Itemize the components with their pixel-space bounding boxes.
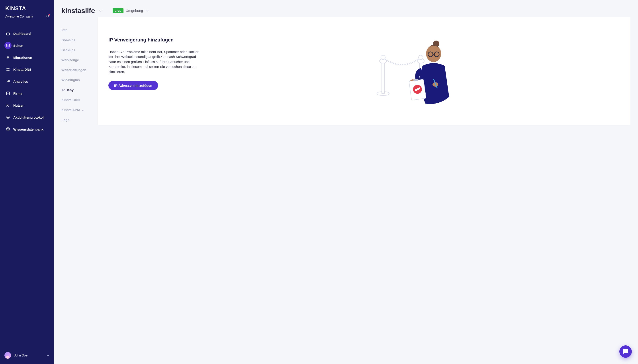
migrate-icon	[4, 54, 12, 61]
subnav-item-backups[interactable]: Backups	[62, 45, 98, 55]
chat-fab[interactable]	[620, 346, 632, 358]
brand-logo[interactable]: KINSTA	[5, 5, 50, 12]
sidebar: KINSTA Awesome Company DashboardSeitenMi…	[0, 0, 54, 364]
env-label: Umgebung	[126, 9, 143, 13]
user-name: John Doe	[14, 354, 28, 357]
home-icon	[4, 30, 12, 37]
main-nav: DashboardSeitenMigrationenKinsta DNSAnal…	[0, 28, 54, 348]
subnav-item-label: IP Deny	[62, 88, 74, 92]
content: InfoDomainsBackupsWerkzeugeWeiterleitung…	[54, 17, 638, 132]
svg-point-3	[7, 70, 7, 71]
sidebar-footer: John Doe	[0, 348, 54, 364]
nav-item-label: Firma	[13, 92, 22, 95]
panel-title: IP Verweigerung hinzufügen	[108, 37, 202, 43]
site-subnav: InfoDomainsBackupsWerkzeugeWeiterleitung…	[62, 17, 98, 125]
svg-rect-5	[6, 92, 10, 95]
company-icon	[4, 90, 12, 97]
subnav-item-cdn[interactable]: Kinsta CDN	[62, 95, 98, 105]
subnav-item-logs[interactable]: Logs	[62, 115, 98, 125]
nav-item-label: Wissensdatenbank	[13, 128, 44, 131]
add-ip-button[interactable]: IP-Adressen hinzufügen	[108, 81, 158, 90]
svg-point-2	[9, 68, 9, 69]
svg-point-6	[7, 104, 8, 105]
nav-item-protokoll[interactable]: Aktivitätenprotokoll	[0, 111, 54, 123]
nav-item-label: Analytics	[13, 80, 28, 83]
subnav-item-label: Backups	[62, 48, 75, 52]
ip-deny-panel: IP Verweigerung hinzufügen Haben Sie Pro…	[98, 17, 630, 125]
user-plus-icon	[4, 102, 12, 109]
site-dropdown-chevron-icon[interactable]	[99, 9, 102, 12]
svg-point-1	[7, 68, 7, 69]
chat-icon	[622, 348, 629, 355]
subnav-item-weiterleitungen[interactable]: Weiterleitungen	[62, 65, 98, 75]
subnav-item-label: Domains	[62, 38, 75, 42]
svg-point-15	[381, 55, 385, 60]
subnav-item-label: Kinsta APM	[62, 108, 80, 112]
env-badge: LIVE	[112, 8, 124, 13]
nav-item-label: Migrationen	[13, 56, 32, 60]
eye-icon	[4, 114, 12, 121]
main-area: kinstaslife LIVE Umgebung InfoDomainsBac…	[54, 0, 638, 364]
nav-item-wissen[interactable]: Wissensdatenbank	[0, 123, 54, 135]
panel-body: Haben Sie Probleme mit einem Bot, Spamme…	[108, 50, 202, 74]
trend-icon	[4, 78, 12, 85]
company-row: Awesome Company	[5, 15, 50, 18]
nav-item-seiten[interactable]: Seiten	[0, 40, 54, 52]
svg-point-9	[8, 117, 9, 118]
subnav-item-label: WP-Plugins	[62, 78, 80, 82]
subnav-item-ipdeny[interactable]: IP Deny	[62, 85, 98, 95]
avatar	[4, 352, 11, 359]
subnav-item-label: Weiterleitungen	[62, 68, 86, 72]
illustration-bouncer	[210, 37, 620, 106]
nav-item-analytics[interactable]: Analytics	[0, 75, 54, 87]
svg-point-19	[418, 55, 423, 60]
subnav-item-apm[interactable]: Kinsta APM	[62, 105, 98, 115]
subnav-item-wpplugins[interactable]: WP-Plugins	[62, 75, 98, 85]
subnav-item-info[interactable]: Info	[62, 25, 98, 35]
nav-item-migrationen[interactable]: Migrationen	[0, 52, 54, 64]
nav-item-dashboard[interactable]: Dashboard	[0, 28, 54, 40]
beta-badge-icon	[82, 108, 84, 111]
svg-marker-0	[6, 44, 10, 46]
sidebar-header: KINSTA Awesome Company	[0, 0, 54, 21]
subnav-item-label: Kinsta CDN	[62, 98, 80, 102]
subnav-item-label: Werkzeuge	[62, 58, 79, 62]
nav-item-label: Aktivitätenprotokoll	[13, 116, 44, 119]
company-name: Awesome Company	[5, 15, 33, 18]
svg-rect-13	[382, 62, 384, 94]
user-menu[interactable]: John Doe	[4, 352, 28, 359]
subnav-item-label: Logs	[62, 118, 70, 122]
svg-point-4	[9, 70, 9, 71]
subnav-item-domains[interactable]: Domains	[62, 35, 98, 45]
topbar: kinstaslife LIVE Umgebung	[54, 0, 638, 17]
dns-icon	[4, 66, 12, 73]
nav-item-nutzer[interactable]: Nutzer	[0, 99, 54, 111]
help-icon	[4, 126, 12, 133]
panel-text: IP Verweigerung hinzufügen Haben Sie Pro…	[108, 37, 202, 90]
site-name: kinstaslife	[62, 7, 95, 15]
notification-dot	[48, 14, 50, 16]
nav-item-label: Kinsta DNS	[13, 68, 32, 72]
subnav-item-label: Info	[62, 28, 68, 32]
env-dropdown-chevron-icon[interactable]	[146, 9, 149, 12]
nav-item-label: Seiten	[13, 44, 23, 48]
subnav-item-werkzeuge[interactable]: Werkzeuge	[62, 55, 98, 65]
notification-bell-icon[interactable]	[46, 15, 50, 18]
nav-item-dns[interactable]: Kinsta DNS	[0, 64, 54, 75]
chevron-up-icon[interactable]	[46, 354, 50, 357]
layers-icon	[4, 42, 12, 49]
nav-item-label: Dashboard	[13, 32, 30, 36]
nav-item-firma[interactable]: Firma	[0, 87, 54, 99]
nav-item-label: Nutzer	[13, 104, 24, 107]
